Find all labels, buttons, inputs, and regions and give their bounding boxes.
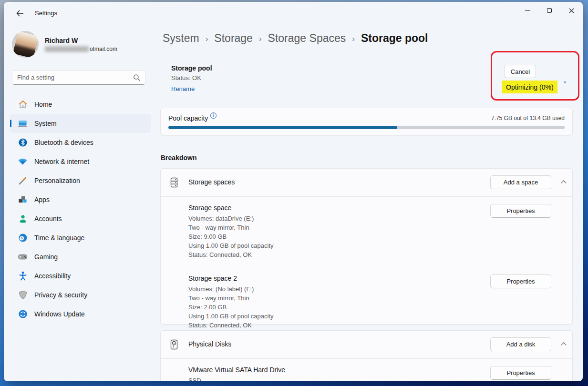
accounts-icon	[18, 214, 28, 224]
sidebar-item-label: Apps	[34, 196, 50, 203]
breadcrumb-separator: ›	[206, 33, 208, 44]
sidebar-item-time-language[interactable]: Time & language	[10, 228, 151, 247]
physical-disks-header: Physical Disks Add a disk	[161, 331, 572, 358]
pool-progress-track	[168, 126, 565, 129]
sidebar: Richard W otmail.com Home	[4, 25, 157, 381]
bluetooth-icon	[18, 138, 28, 148]
sidebar-item-privacy-security[interactable]: Privacy & security	[10, 285, 151, 305]
sidebar-item-accounts[interactable]: Accounts	[10, 209, 151, 228]
sidebar-item-personalization[interactable]: Personalization	[10, 171, 151, 190]
chevron-up-icon[interactable]	[562, 180, 566, 184]
pool-usage-text: 7.75 GB out of 13.4 GB used	[491, 115, 565, 122]
search-icon	[133, 74, 140, 81]
annotation-box: Cancel Optimizing (0%) *	[491, 51, 579, 101]
main-content: System › Storage › Storage Spaces › Stor…	[160, 25, 582, 381]
properties-button[interactable]: Properties	[490, 274, 551, 288]
breakdown-title: Breakdown	[161, 154, 196, 162]
sidebar-item-accessibility[interactable]: Accessibility	[10, 266, 151, 285]
network-icon	[18, 157, 28, 167]
sidebar-item-bluetooth-devices[interactable]: Bluetooth & devices	[10, 133, 151, 152]
sidebar-item-label: Gaming	[34, 253, 58, 261]
breadcrumb-storage-spaces[interactable]: Storage Spaces	[268, 32, 346, 45]
sidebar-item-home[interactable]: Home	[10, 95, 151, 114]
maximize-button[interactable]	[538, 2, 560, 19]
cancel-button[interactable]: Cancel	[505, 65, 536, 78]
gaming-icon	[18, 252, 28, 262]
properties-button[interactable]: Properties	[490, 204, 551, 218]
sidebar-item-label: Home	[34, 101, 52, 108]
maximize-icon	[547, 8, 552, 13]
breadcrumb-separator: ›	[352, 33, 355, 44]
system-icon	[18, 119, 28, 129]
entry-size: Size: 9.00 GB	[188, 232, 565, 241]
sidebar-item-label: Time & language	[34, 234, 84, 242]
settings-window: Settings Richard W otmail.com	[4, 2, 583, 381]
windows-update-icon	[18, 309, 28, 319]
sidebar-item-network-internet[interactable]: Network & internet	[10, 152, 151, 171]
pool-progress-fill	[168, 126, 397, 129]
pool-title: Storage pool	[171, 64, 212, 72]
storage-spaces-icon	[169, 177, 179, 188]
window-title: Settings	[35, 10, 57, 17]
sidebar-item-gaming[interactable]: Gaming	[10, 247, 151, 266]
search-box	[12, 70, 145, 85]
titlebar: Settings	[4, 2, 582, 25]
breadcrumb-current: Storage pool	[361, 32, 428, 45]
avatar	[12, 31, 39, 58]
optimizing-status: Optimizing (0%)	[502, 81, 557, 93]
asterisk-annotation: *	[564, 80, 566, 87]
entry-resiliency: Two - way mirror, Thin	[188, 223, 565, 232]
time-language-icon	[18, 233, 28, 243]
selection-indicator	[10, 120, 11, 127]
profile-section[interactable]: Richard W otmail.com	[12, 31, 150, 58]
add-a-space-button[interactable]: Add a space	[490, 175, 551, 189]
sidebar-item-apps[interactable]: Apps	[10, 190, 151, 209]
physical-disks-card: Physical Disks Add a disk VMware Virtual…	[160, 330, 573, 381]
close-icon	[569, 8, 574, 13]
profile-name: Richard W	[45, 37, 117, 44]
sidebar-nav: Home System Bluetooth & devices	[10, 95, 151, 324]
sidebar-item-label: Privacy & security	[34, 291, 87, 299]
physical-disks-label: Physical Disks	[188, 340, 231, 348]
search-input[interactable]	[17, 74, 133, 81]
breadcrumb-separator: ›	[259, 33, 262, 44]
info-icon[interactable]: i	[210, 112, 217, 119]
minimize-button[interactable]	[516, 2, 538, 19]
properties-button[interactable]: Properties	[490, 366, 551, 380]
desktop: { "titlebar": { "title": "Settings" }, "…	[0, 0, 588, 386]
breadcrumb-system[interactable]: System	[163, 32, 199, 45]
entry-status: Status: Connected, OK	[188, 321, 565, 330]
entry-status: Status: Connected, OK	[188, 250, 565, 259]
pool-header: Storage pool Status: OK Rename	[171, 64, 212, 92]
sidebar-item-label: Windows Update	[34, 310, 85, 318]
add-a-disk-button[interactable]: Add a disk	[490, 337, 551, 351]
pool-capacity-card: Pool capacity i 7.75 GB out of 13.4 GB u…	[160, 108, 573, 135]
sidebar-item-label: System	[34, 120, 57, 127]
privacy-icon	[18, 290, 28, 300]
accessibility-icon	[18, 271, 28, 281]
back-button[interactable]	[12, 6, 28, 20]
storage-spaces-card: Storage spaces Add a space Storage space…	[160, 168, 573, 325]
sidebar-item-label: Bluetooth & devices	[34, 139, 93, 146]
storage-space-entry: Storage space Volumes: dataDrive (E:) Tw…	[161, 197, 572, 267]
sidebar-item-label: Network & internet	[34, 158, 89, 165]
sidebar-item-label: Accessibility	[34, 272, 71, 280]
physical-disk-icon	[169, 339, 179, 350]
close-button[interactable]	[560, 2, 582, 19]
minimize-icon	[525, 10, 530, 11]
breadcrumb: System › Storage › Storage Spaces › Stor…	[163, 32, 428, 45]
home-icon	[18, 100, 28, 110]
sidebar-item-system[interactable]: System	[10, 114, 151, 133]
breadcrumb-storage[interactable]: Storage	[214, 32, 253, 45]
entry-resiliency: Two - way mirror, Thin	[188, 294, 565, 303]
rename-link[interactable]: Rename	[171, 85, 212, 92]
sidebar-item-label: Accounts	[34, 215, 62, 223]
pool-capacity-label: Pool capacity	[168, 114, 208, 122]
profile-email-visible: otmail.com	[90, 46, 117, 52]
physical-disk-entry: VMware Virtual SATA Hard Drive SSD Prope…	[161, 359, 572, 381]
chevron-up-icon[interactable]	[562, 342, 566, 346]
pool-status: Status: OK	[171, 74, 212, 81]
storage-spaces-header: Storage spaces Add a space	[161, 169, 572, 196]
storage-spaces-label: Storage spaces	[188, 178, 235, 186]
sidebar-item-windows-update[interactable]: Windows Update	[10, 305, 151, 324]
